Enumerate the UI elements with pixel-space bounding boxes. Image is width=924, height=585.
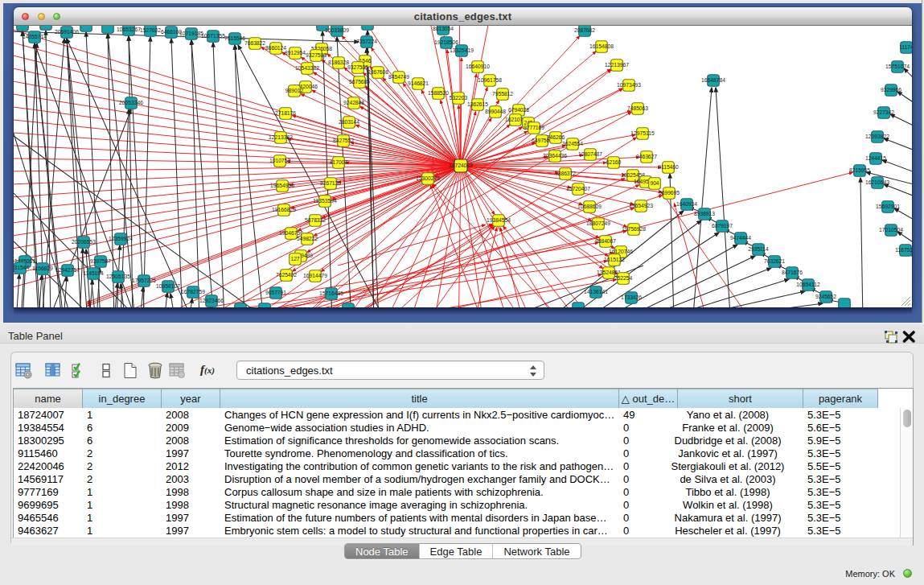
- svg-text:12975115: 12975115: [630, 130, 655, 136]
- svg-text:9463627: 9463627: [636, 154, 657, 159]
- svg-text:1733426: 1733426: [621, 295, 642, 300]
- svg-text:1588520: 1588520: [428, 90, 449, 96]
- svg-text:1640934: 1640934: [676, 201, 697, 207]
- svg-text:6879197: 6879197: [712, 223, 733, 229]
- svg-text:16640910: 16640910: [466, 64, 490, 69]
- svg-text:9227342: 9227342: [873, 109, 894, 115]
- svg-text:16782759: 16782759: [181, 289, 205, 295]
- svg-text:10973493: 10973493: [617, 82, 641, 88]
- svg-text:9397587: 9397587: [90, 258, 111, 264]
- svg-text:10961758: 10961758: [478, 77, 502, 83]
- svg-text:9657791: 9657791: [265, 290, 286, 295]
- svg-text:2867608: 2867608: [368, 69, 388, 75]
- svg-text:8267130: 8267130: [320, 180, 341, 186]
- svg-text:2935114: 2935114: [748, 246, 769, 252]
- svg-text:9329966: 9329966: [881, 87, 901, 93]
- svg-text:11353594: 11353594: [313, 198, 337, 204]
- svg-text:15300275: 15300275: [416, 175, 440, 181]
- svg-text:931544: 931544: [14, 265, 29, 270]
- svg-text:8938913: 8938913: [694, 211, 715, 216]
- svg-text:15692901: 15692901: [876, 204, 900, 209]
- svg-text:16033809: 16033809: [325, 27, 349, 33]
- svg-text:15751074: 15751074: [885, 64, 910, 69]
- svg-text:13325419: 13325419: [450, 47, 474, 53]
- svg-text:14136141: 14136141: [584, 289, 608, 295]
- svg-text:19384554: 19384554: [487, 217, 511, 223]
- svg-text:8186328: 8186328: [328, 60, 349, 65]
- svg-text:62160: 62160: [606, 159, 622, 165]
- svg-text:19166829: 19166829: [272, 207, 296, 212]
- svg-text:989012: 989012: [285, 88, 304, 93]
- svg-text:9777169: 9777169: [524, 125, 544, 130]
- svg-text:746266: 746266: [547, 134, 565, 140]
- svg-text:12505135: 12505135: [106, 274, 130, 279]
- svg-text:9884067: 9884067: [595, 238, 616, 244]
- svg-text:12923466: 12923466: [199, 298, 224, 303]
- svg-text:18807249: 18807249: [586, 220, 610, 226]
- svg-text:8660124: 8660124: [265, 45, 286, 51]
- svg-text:9327505: 9327505: [347, 64, 368, 70]
- svg-text:20206553: 20206553: [72, 239, 96, 245]
- svg-text:8471676: 8471676: [782, 270, 803, 275]
- svg-text:9327503: 9327503: [306, 52, 326, 58]
- svg-text:15720407: 15720407: [566, 186, 590, 192]
- svg-text:8813054: 8813054: [433, 26, 454, 31]
- svg-text:19218506: 19218506: [434, 39, 458, 45]
- svg-text:1010753: 1010753: [269, 158, 290, 163]
- svg-text:9245652: 9245652: [815, 294, 836, 299]
- svg-text:20364436: 20364436: [543, 153, 567, 159]
- svg-text:20053346: 20053346: [119, 100, 143, 105]
- svg-text:20691406: 20691406: [55, 29, 79, 35]
- svg-text:1362615: 1362615: [467, 101, 488, 107]
- svg-text:1156829: 1156829: [32, 266, 53, 271]
- svg-text:16914479: 16914479: [303, 273, 327, 278]
- svg-text:7955812: 7955812: [492, 91, 513, 97]
- svg-text:2087682: 2087682: [574, 27, 595, 33]
- svg-text:2803144: 2803144: [339, 119, 359, 125]
- svg-text:7632621: 7632621: [764, 258, 785, 264]
- svg-text:16154808: 16154808: [589, 43, 614, 49]
- svg-text:1145194: 1145194: [83, 270, 104, 276]
- svg-text:7625402: 7625402: [276, 272, 297, 278]
- svg-text:5878332: 5878332: [305, 217, 326, 223]
- svg-text:7357224: 7357224: [356, 39, 377, 44]
- svg-text:532203: 532203: [450, 95, 468, 101]
- svg-text:904: 904: [650, 180, 659, 186]
- svg-text:7886372: 7886372: [555, 171, 576, 176]
- svg-text:10653267: 10653267: [117, 27, 141, 32]
- svg-text:9115460: 9115460: [658, 164, 679, 170]
- svg-text:5498222: 5498222: [297, 236, 318, 241]
- svg-text:19654923: 19654923: [629, 203, 653, 208]
- svg-text:1244415: 1244415: [865, 155, 886, 161]
- svg-text:417004: 417004: [330, 159, 348, 165]
- svg-text:7515546: 7515546: [224, 35, 245, 41]
- svg-text:1167531: 1167531: [895, 247, 912, 253]
- svg-text:8912954: 8912954: [285, 50, 306, 56]
- svg-text:6794028: 6794028: [508, 107, 529, 113]
- svg-text:8454749: 8454749: [388, 74, 409, 80]
- svg-text:9146821: 9146821: [408, 80, 429, 86]
- svg-text:15716485: 15716485: [319, 290, 343, 296]
- svg-text:7485063: 7485063: [627, 105, 648, 111]
- svg-text:7663822: 7663822: [244, 40, 265, 46]
- svg-text:8990448: 8990448: [485, 109, 506, 114]
- svg-text:5675685: 5675685: [349, 79, 370, 84]
- svg-text:19756928: 19756928: [622, 226, 646, 232]
- svg-text:12093822: 12093822: [865, 134, 889, 139]
- svg-text:19046756: 19046756: [279, 230, 303, 236]
- svg-text:10807487: 10807487: [578, 151, 602, 157]
- svg-text:127: 127: [290, 256, 299, 262]
- svg-text:10958107: 10958107: [156, 283, 180, 289]
- svg-text:10671355: 10671355: [201, 33, 225, 39]
- svg-text:10688609: 10688609: [577, 204, 602, 209]
- svg-text:16648784: 16648784: [701, 77, 725, 83]
- svg-text:17957225: 17957225: [132, 278, 156, 283]
- svg-text:1615132: 1615132: [604, 257, 625, 262]
- svg-text:10543382: 10543382: [295, 65, 319, 71]
- svg-text:8427552: 8427552: [333, 138, 354, 143]
- svg-text:1527602: 1527602: [140, 27, 161, 33]
- svg-text:18724007: 18724007: [449, 163, 473, 168]
- svg-text:252254: 252254: [614, 275, 633, 281]
- svg-text:8215955: 8215955: [849, 167, 870, 173]
- svg-text:12213967: 12213967: [605, 62, 629, 68]
